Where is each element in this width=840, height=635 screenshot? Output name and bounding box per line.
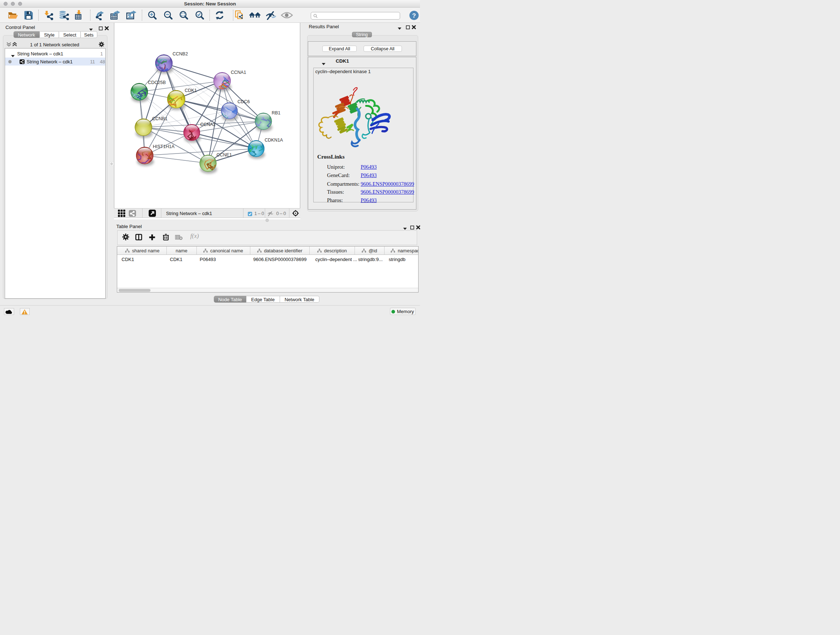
svg-text:HIST1H1A: HIST1H1A (153, 144, 175, 149)
svg-text:CDK1: CDK1 (185, 88, 197, 93)
svg-text:RB1: RB1 (272, 111, 280, 116)
svg-text:?: ? (412, 12, 416, 19)
svg-text:CDC25B: CDC25B (148, 80, 166, 85)
svg-text:CCNE1: CCNE1 (217, 152, 232, 157)
svg-text:CDC6: CDC6 (238, 99, 250, 104)
svg-text:CCNA1: CCNA1 (231, 70, 246, 75)
svg-text:CCNA2: CCNA2 (201, 122, 216, 127)
svg-text:CCNB1: CCNB1 (152, 116, 167, 121)
svg-text:CDKN1A: CDKN1A (265, 138, 283, 143)
svg-text:CCNB2: CCNB2 (172, 51, 188, 57)
